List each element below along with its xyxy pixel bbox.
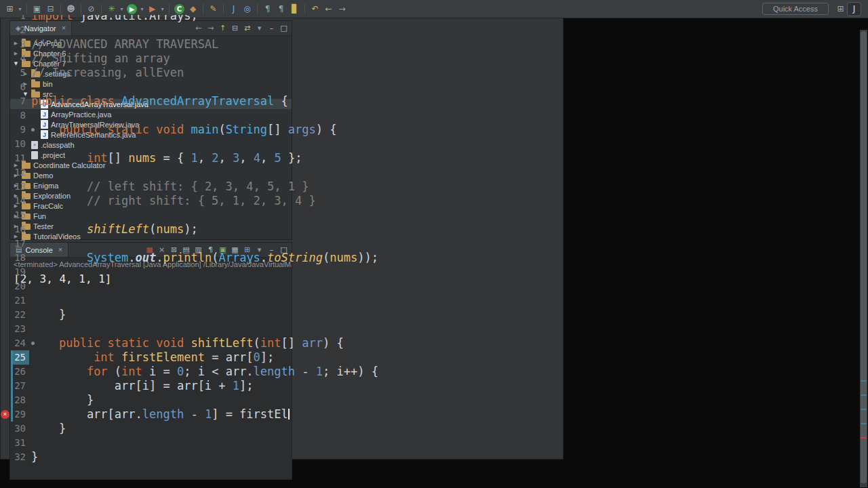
gutter-marker-bar[interactable]	[0, 422, 11, 436]
code-line-28[interactable]: 28 }	[0, 393, 868, 407]
gutter-marker-bar[interactable]	[0, 265, 11, 279]
save-icon[interactable]: ▣	[31, 3, 43, 16]
new-dropdown-icon[interactable]: ▾	[17, 3, 23, 16]
gutter-marker-bar[interactable]	[0, 80, 11, 94]
change-overview-mark[interactable]	[861, 380, 867, 382]
code-line-15[interactable]: 15	[0, 208, 868, 222]
gutter-marker-bar[interactable]	[0, 165, 11, 180]
code-line-14[interactable]: 14 // right shift: { 5, 1, 2, 3, 4 }	[0, 194, 868, 208]
new-java-class-icon[interactable]: C	[174, 4, 184, 14]
gutter-marker-bar[interactable]: ×	[0, 407, 11, 422]
code-line-1[interactable]: 1import java.util.Arrays;	[0, 15, 868, 23]
debug-dropdown-icon[interactable]: ▾	[119, 3, 125, 16]
run-dropdown-icon[interactable]: ▾	[139, 3, 145, 16]
error-marker-icon[interactable]: ×	[1, 410, 9, 419]
external-tools-dropdown-icon[interactable]: ▾	[159, 3, 165, 16]
last-edit-location-icon[interactable]: ↶	[309, 3, 321, 16]
code-line-21[interactable]: 21	[0, 293, 868, 308]
gutter-marker-bar[interactable]	[0, 108, 11, 123]
open-perspective-icon[interactable]: ⊞	[834, 3, 847, 16]
gutter-marker-bar[interactable]	[0, 66, 11, 80]
code-line-12[interactable]: 12	[0, 165, 868, 180]
code-line-25[interactable]: 25 int firstElement = arr[0];	[0, 350, 868, 365]
gutter-marker-bar[interactable]	[0, 37, 11, 52]
change-overview-mark[interactable]	[861, 394, 867, 396]
code-line-20[interactable]: 20	[0, 279, 868, 293]
code-line-5[interactable]: 5// Increasing, allEven	[0, 66, 868, 80]
code-line-3[interactable]: 3// ADVANCED ARRAY TRAVERSAL	[0, 37, 868, 52]
code-line-6[interactable]: 6	[0, 80, 868, 94]
scrollbar-thumb[interactable]	[861, 31, 867, 483]
java-perspective-icon[interactable]: J	[848, 3, 861, 16]
format-icon[interactable]: ¶	[275, 3, 288, 16]
gutter-marker-bar[interactable]	[0, 450, 11, 464]
code-line-26[interactable]: 26 for (int i = 0; i < arr.length - 1; i…	[0, 365, 868, 379]
code-line-24[interactable]: 24 public static void shiftLeft(int[] ar…	[0, 336, 868, 350]
gutter-marker-bar[interactable]	[0, 322, 11, 336]
new-task-icon[interactable]: ☻	[64, 3, 77, 16]
gutter-marker-bar[interactable]	[0, 350, 11, 365]
save-all-icon[interactable]: ⊟	[44, 3, 57, 16]
quick-access-button[interactable]: Quick Access	[762, 3, 829, 15]
gutter-marker-bar[interactable]	[0, 237, 11, 251]
code-line-30[interactable]: 30 }	[0, 422, 868, 436]
gutter-marker-bar[interactable]	[0, 222, 11, 237]
code-line-23[interactable]: 23	[0, 322, 868, 336]
gutter-marker-bar[interactable]	[0, 393, 11, 407]
gutter-marker-bar[interactable]	[0, 251, 11, 265]
code-line-2[interactable]: 2	[0, 23, 868, 37]
code-line-13[interactable]: 13 // left shift: { 2, 3, 4, 5, 1 }	[0, 180, 868, 194]
show-whitespace-icon[interactable]: ¶	[261, 3, 274, 16]
code-line-27[interactable]: 27 arr[i] = arr[i + 1];	[0, 379, 868, 393]
gutter-marker-bar[interactable]	[0, 180, 11, 194]
gutter-marker-bar[interactable]	[0, 194, 11, 208]
gutter-marker-bar[interactable]	[0, 208, 11, 222]
code-line-16[interactable]: 16 shiftLeft(nums);	[0, 222, 868, 237]
gutter-marker-bar[interactable]	[0, 279, 11, 293]
code-line-7[interactable]: 7public class AdvancedArrayTraversal {	[0, 94, 868, 108]
code-line-19[interactable]: 19	[0, 265, 868, 279]
gutter-marker-bar[interactable]	[0, 308, 11, 322]
code-line-8[interactable]: 8	[0, 108, 868, 123]
mark-occurrences-icon[interactable]: ▊	[288, 3, 301, 16]
code-text	[29, 293, 31, 308]
debug-icon[interactable]: ✳	[105, 3, 118, 16]
run-icon[interactable]: ▶	[127, 4, 137, 14]
code-line-31[interactable]: 31	[0, 436, 868, 450]
code-line-11[interactable]: 11 int[] nums = { 1, 2, 3, 4, 5 };	[0, 151, 868, 165]
external-tools-icon[interactable]: ▶	[146, 3, 159, 16]
gutter-marker-bar[interactable]	[0, 15, 11, 23]
new-wizard-icon[interactable]: ⊞	[3, 3, 16, 16]
code-line-10[interactable]: 10	[0, 137, 868, 151]
code-line-18[interactable]: 18 System.out.println(Arrays.toString(nu…	[0, 251, 868, 265]
gutter-marker-bar[interactable]	[0, 336, 11, 350]
gutter-marker-bar[interactable]	[0, 23, 11, 37]
skip-breakpoints-icon[interactable]: ⊘	[85, 3, 98, 16]
back-icon[interactable]: ←	[322, 3, 335, 16]
gutter-marker-bar[interactable]	[0, 123, 11, 137]
code-token: []	[281, 336, 302, 350]
forward-icon[interactable]: →	[336, 3, 349, 16]
code-line-32[interactable]: 32}	[0, 450, 868, 464]
code-line-29[interactable]: ×29 arr[arr.length - 1] = firstEl	[0, 407, 868, 422]
search-icon[interactable]: ◎	[241, 3, 254, 16]
gutter-marker-bar[interactable]	[0, 151, 11, 165]
open-type-icon[interactable]: J	[227, 3, 240, 16]
error-overview-mark[interactable]	[861, 437, 867, 439]
new-java-package-icon[interactable]: ◆	[186, 3, 199, 16]
change-overview-mark[interactable]	[861, 409, 867, 410]
coverage-icon[interactable]: ✎	[207, 3, 220, 16]
code-line-17[interactable]: 17	[0, 237, 868, 251]
editor-scrollbar[interactable]	[860, 30, 867, 487]
gutter-marker-bar[interactable]	[0, 436, 11, 450]
gutter-marker-bar[interactable]	[0, 365, 11, 379]
code-line-4[interactable]: 4// Shifting an array	[0, 52, 868, 66]
change-overview-mark[interactable]	[861, 423, 867, 424]
gutter-marker-bar[interactable]	[0, 379, 11, 393]
gutter-marker-bar[interactable]	[0, 293, 11, 308]
gutter-marker-bar[interactable]	[0, 137, 11, 151]
code-line-22[interactable]: 22 }	[0, 308, 868, 322]
code-line-9[interactable]: 9 public static void main(String[] args)…	[0, 123, 868, 137]
gutter-marker-bar[interactable]	[0, 94, 11, 108]
gutter-marker-bar[interactable]	[0, 52, 11, 66]
